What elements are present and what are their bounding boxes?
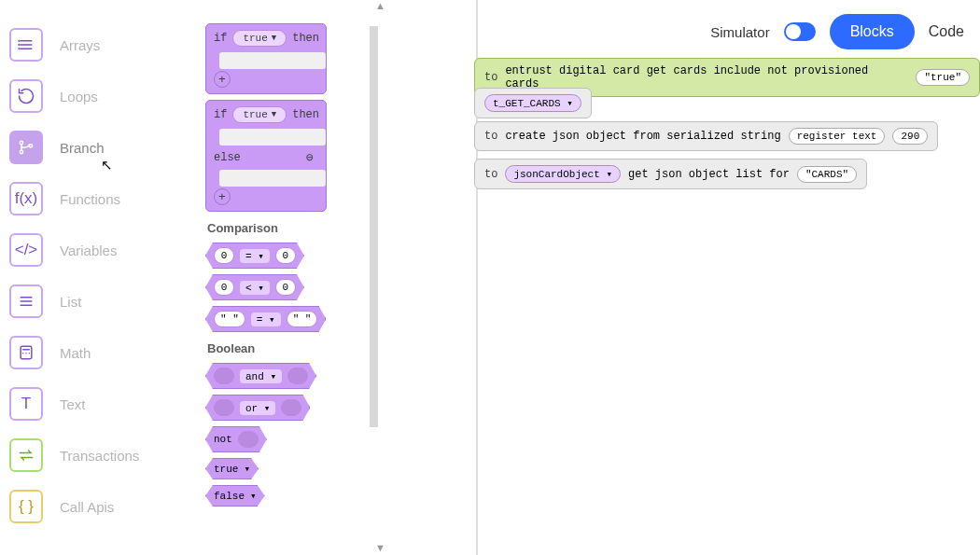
palette-scrollbar[interactable] bbox=[370, 26, 378, 427]
text-icon: T bbox=[9, 387, 43, 421]
sidebar-item-label: List bbox=[60, 294, 81, 310]
api-icon: { } bbox=[9, 490, 43, 523]
list-icon bbox=[9, 284, 43, 318]
condition-dropdown[interactable]: true▼ bbox=[232, 30, 287, 47]
value-chip[interactable]: "CARDS" bbox=[797, 166, 857, 183]
then-keyword: then bbox=[292, 32, 319, 45]
simulator-label: Simulator bbox=[710, 24, 769, 40]
then-keyword: then bbox=[292, 108, 319, 121]
svg-point-5 bbox=[19, 49, 20, 49]
and-dropdown[interactable]: and ▾ bbox=[240, 369, 282, 383]
simulator-toggle[interactable] bbox=[784, 22, 816, 41]
compare-str-eq-block[interactable]: " " = ▾ " " bbox=[205, 306, 326, 332]
scroll-down-icon[interactable]: ▼ bbox=[375, 542, 385, 553]
chevron-down-icon: ▾ bbox=[567, 98, 573, 109]
chevron-down-icon: ▼ bbox=[272, 110, 276, 119]
calculator-icon bbox=[9, 336, 43, 369]
else-keyword: else bbox=[214, 151, 241, 164]
branch-icon bbox=[9, 131, 43, 164]
code-button[interactable]: Code bbox=[929, 23, 964, 40]
sidebar-item-label: Arrays bbox=[60, 37, 100, 53]
arg-chip[interactable]: register text bbox=[789, 128, 886, 145]
sidebar-item-callapis[interactable]: { } Call Apis bbox=[9, 490, 196, 523]
to-label: to bbox=[484, 71, 497, 84]
sidebar-item-label: Branch bbox=[60, 140, 105, 156]
sidebar-item-label: Call Apis bbox=[60, 499, 114, 515]
to-label: to bbox=[484, 130, 497, 143]
add-branch-button[interactable]: + bbox=[214, 188, 231, 205]
value-chip[interactable]: 290 bbox=[892, 128, 928, 145]
chevron-down-icon: ▾ bbox=[606, 169, 612, 180]
add-branch-button[interactable]: + bbox=[214, 71, 231, 88]
condition-dropdown[interactable]: true▼ bbox=[232, 106, 287, 123]
and-block[interactable]: and ▾ bbox=[205, 363, 316, 389]
compare-lt-block[interactable]: 0 < ▾ 0 bbox=[205, 274, 304, 300]
sidebar-item-text[interactable]: T Text bbox=[9, 387, 196, 421]
block-palette: ▲ ▼ if true▼ then + if true▼ then else ⊖… bbox=[205, 0, 476, 555]
sidebar-item-branch[interactable]: Branch bbox=[9, 131, 196, 164]
sidebar-item-label: Functions bbox=[60, 191, 120, 207]
or-dropdown[interactable]: or ▾ bbox=[240, 401, 275, 415]
left-slot[interactable]: " " bbox=[214, 311, 245, 327]
left-slot[interactable]: 0 bbox=[214, 279, 234, 296]
fx-icon: f(x) bbox=[9, 182, 43, 215]
category-sidebar: Arrays Loops Branch f(x) Functions </> V… bbox=[9, 0, 196, 523]
sidebar-item-label: Loops bbox=[60, 89, 98, 104]
if-then-block[interactable]: if true▼ then + bbox=[205, 23, 327, 94]
block-body-slot[interactable] bbox=[219, 170, 326, 187]
sidebar-item-functions[interactable]: f(x) Functions bbox=[9, 182, 196, 215]
sidebar-item-arrays[interactable]: Arrays bbox=[9, 28, 196, 62]
if-keyword: if bbox=[214, 108, 227, 121]
variable-dropdown[interactable]: jsonCardObject ▾ bbox=[505, 165, 621, 183]
sidebar-item-label: Variables bbox=[60, 243, 117, 258]
if-keyword: if bbox=[214, 32, 227, 45]
right-slot[interactable] bbox=[281, 399, 301, 416]
svg-point-4 bbox=[19, 45, 20, 46]
blocks-button[interactable]: Blocks bbox=[830, 14, 915, 49]
operator-dropdown[interactable]: = ▾ bbox=[240, 249, 270, 263]
sidebar-item-loops[interactable]: Loops bbox=[9, 79, 196, 113]
right-slot[interactable]: 0 bbox=[275, 247, 296, 264]
sidebar-item-math[interactable]: Math bbox=[9, 336, 196, 369]
workspace-block[interactable]: t_GET_CARDS ▾ bbox=[474, 88, 592, 118]
false-block[interactable]: false ▾ bbox=[205, 485, 265, 506]
block-body-slot[interactable] bbox=[219, 129, 326, 146]
right-slot[interactable]: 0 bbox=[275, 279, 296, 296]
operand-slot[interactable] bbox=[238, 431, 259, 448]
chevron-down-icon: ▾ bbox=[250, 490, 257, 502]
left-slot[interactable] bbox=[214, 368, 234, 384]
sidebar-item-label: Transactions bbox=[60, 448, 139, 464]
left-slot[interactable]: 0 bbox=[214, 247, 234, 264]
right-slot[interactable] bbox=[287, 368, 308, 384]
compare-eq-block[interactable]: 0 = ▾ 0 bbox=[205, 243, 304, 269]
block-body: get json object list for bbox=[628, 168, 790, 181]
section-comparison: Comparison bbox=[207, 221, 476, 235]
scroll-up-icon[interactable]: ▲ bbox=[375, 0, 385, 11]
svg-point-3 bbox=[19, 40, 20, 41]
chevron-down-icon: ▼ bbox=[272, 34, 276, 43]
right-slot[interactable]: " " bbox=[287, 311, 318, 327]
sidebar-item-label: Text bbox=[60, 396, 86, 412]
true-block[interactable]: true ▾ bbox=[205, 458, 259, 479]
remove-branch-button[interactable]: ⊖ bbox=[301, 149, 318, 166]
variables-icon: </> bbox=[9, 233, 43, 267]
sidebar-item-transactions[interactable]: Transactions bbox=[9, 438, 196, 472]
left-slot[interactable] bbox=[214, 399, 234, 416]
workspace-block[interactable]: to create json object from serialized st… bbox=[474, 121, 938, 151]
sidebar-item-variables[interactable]: </> Variables bbox=[9, 233, 196, 267]
top-toolbar: Simulator Blocks Code bbox=[710, 14, 964, 49]
block-body-slot[interactable] bbox=[219, 52, 326, 69]
chevron-down-icon: ▾ bbox=[244, 463, 250, 475]
if-then-else-block[interactable]: if true▼ then else ⊖ + bbox=[205, 100, 327, 212]
sidebar-item-list[interactable]: List bbox=[9, 284, 196, 318]
to-label: to bbox=[484, 168, 497, 181]
operator-dropdown[interactable]: = ▾ bbox=[251, 312, 281, 326]
or-block[interactable]: or ▾ bbox=[205, 395, 310, 421]
workspace-block[interactable]: to jsonCardObject ▾ get json object list… bbox=[474, 159, 867, 189]
value-chip[interactable]: "true" bbox=[916, 69, 970, 86]
list-icon bbox=[9, 28, 43, 62]
variable-dropdown[interactable]: t_GET_CARDS ▾ bbox=[484, 94, 581, 112]
not-block[interactable]: not bbox=[205, 426, 267, 452]
not-keyword: not bbox=[214, 434, 232, 445]
operator-dropdown[interactable]: < ▾ bbox=[240, 281, 270, 295]
